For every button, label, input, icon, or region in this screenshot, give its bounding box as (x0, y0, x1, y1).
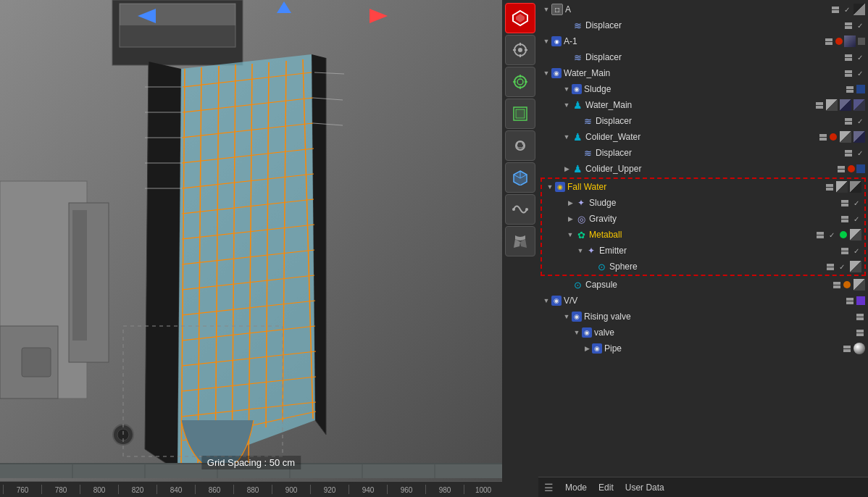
layers-icon-cw (818, 132, 828, 142)
ruler: 760 780 800 820 840 860 880 900 920 940 … (0, 481, 502, 497)
layers-icon (840, 214, 850, 224)
render-sq-cu (856, 164, 865, 173)
item-actions-sphere: ✓ (825, 261, 861, 272)
item-actions-wm: ✓ (843, 68, 865, 78)
ruler-tick: 960 (387, 485, 425, 494)
object-icon-sludge: ◉ (572, 84, 582, 94)
check-metaball[interactable]: ✓ (827, 230, 837, 240)
expand-icon-cu[interactable]: ▶ (562, 164, 572, 174)
tree-item-fw-sludge[interactable]: ▶ ✦ Sludge ✓ (542, 195, 864, 211)
tree-item-colider-water[interactable]: ▼ ♟ Colider_Water (538, 129, 868, 145)
check-emitter[interactable]: ✓ (851, 246, 861, 256)
select-tool-button[interactable] (505, 67, 535, 97)
tree-item-emitter[interactable]: ▼ ✦ Emitter ✓ (542, 243, 864, 259)
tree-item-water-main[interactable]: ▼ ◉ Water_Main ✓ (538, 65, 868, 81)
layers-icon (855, 327, 865, 338)
layers-icon-A1 (824, 36, 834, 46)
check[interactable]: ✓ (855, 52, 865, 62)
expand-icon-rv[interactable]: ▼ (562, 312, 572, 322)
expand-icon-metaball[interactable]: ▼ (565, 230, 575, 240)
tree-item-A-displacer[interactable]: ≋ Displacer ✓ (538, 17, 868, 33)
object-icon-rv: ◉ (572, 312, 582, 322)
object-icon-wm2-displacer: ≋ (582, 115, 593, 127)
object-settings-button[interactable] (505, 130, 535, 161)
item-label-emitter: Emitter (599, 246, 840, 256)
object-icon-fw: ◉ (555, 182, 565, 192)
item-label-vv: V/V (564, 296, 845, 306)
item-actions-valve (855, 327, 865, 338)
tree-item-wm2-displacer[interactable]: ≋ Displacer ✓ (538, 113, 868, 129)
tree-item-water-main2[interactable]: ▼ ♟ Water_Main (538, 97, 868, 113)
check[interactable]: ✓ (855, 148, 865, 158)
tree-item-sphere[interactable]: ⊙ Sphere ✓ (542, 259, 864, 275)
expand-icon-cw[interactable]: ▼ (562, 132, 572, 142)
expand-icon-valve[interactable]: ▼ (572, 327, 582, 338)
expand-icon-emitter[interactable]: ▼ (575, 246, 585, 256)
tree-item-A1-displacer[interactable]: ≋ Displacer ✓ (538, 49, 868, 65)
check[interactable]: ✓ (855, 116, 865, 126)
mode-button[interactable]: Mode (565, 483, 587, 493)
tree-item-gravity[interactable]: ▶ ◎ Gravity ✓ (542, 211, 864, 227)
object-icon-metaball: ✿ (575, 229, 587, 241)
edit-button[interactable]: Edit (598, 483, 614, 493)
check[interactable]: ✓ (851, 214, 861, 224)
tree-item-sludge[interactable]: ▼ ◉ Sludge (538, 81, 868, 97)
check-wm[interactable]: ✓ (855, 68, 865, 78)
tree-item-capsule[interactable]: ⊙ Capsule (538, 277, 868, 293)
layers-icon-sludge (845, 84, 855, 94)
check-sphere[interactable]: ✓ (837, 262, 847, 272)
tree-item-A[interactable]: ▼ □ A ✓ (538, 1, 868, 17)
render-sq-sludge (856, 85, 865, 93)
item-actions-gravity: ✓ (840, 214, 861, 224)
render-thumb-cw (840, 131, 851, 143)
primitive-cube-button[interactable] (505, 162, 535, 193)
layers-icon-wm2 (814, 100, 825, 110)
move-tool-button[interactable] (505, 99, 535, 129)
cinema4d-logo-button[interactable] (505, 3, 535, 33)
snap-settings-button[interactable] (505, 35, 535, 65)
status-dot-A1 (835, 38, 843, 45)
viewport[interactable]: Grid Spacing : 50 cm 760 780 800 820 840… (0, 0, 502, 497)
expand-icon-vv[interactable]: ▼ (541, 296, 551, 306)
item-actions-A-displacer: ✓ (843, 20, 865, 30)
layers-icon-wm (843, 68, 854, 78)
tree-item-colider-upper[interactable]: ▶ ♟ Colider_Upper (538, 161, 868, 177)
scene-tree[interactable]: ▼ □ A ✓ ≋ Displacer ✓ (538, 0, 868, 477)
object-icon-A1-displacer: ≋ (572, 51, 583, 63)
spline-tool-button[interactable] (505, 194, 535, 225)
expand-icon-wm2[interactable]: ▼ (562, 100, 572, 110)
expand-icon-fw-sludge: ▶ (565, 198, 575, 208)
item-label-metaball: Metaball (589, 230, 815, 240)
item-label-valve: valve (594, 327, 855, 338)
expand-icon-sludge[interactable]: ▼ (562, 84, 572, 94)
tree-item-pipe[interactable]: ▶ ◉ Pipe (538, 341, 868, 356)
tree-item-vv[interactable]: ▼ ◉ V/V (538, 293, 868, 309)
tree-item-metaball[interactable]: ▼ ✿ Metaball ✓ (542, 227, 864, 243)
user-data-button[interactable]: User Data (625, 483, 664, 493)
item-actions-vv (845, 296, 865, 306)
tree-item-cw-displacer[interactable]: ≋ Displacer ✓ (538, 145, 868, 161)
tree-item-valve[interactable]: ▼ ◉ valve (538, 325, 868, 341)
layers-icon (840, 198, 850, 208)
item-label-fw-sludge: Sludge (589, 198, 840, 208)
check-A[interactable]: ✓ (842, 4, 852, 14)
check[interactable]: ✓ (851, 198, 861, 208)
expand-icon[interactable]: ▼ (541, 4, 551, 14)
layers-icon (832, 280, 842, 290)
tree-item-rising-valve[interactable]: ▼ ◉ Rising valve (538, 309, 868, 325)
ruler-tick: 840 (157, 485, 195, 494)
tree-item-fall-water[interactable]: ▼ ◉ Fall Water (542, 179, 864, 195)
tree-item-A1[interactable]: ▼ ◉ A-1 (538, 33, 868, 49)
render-thumb-capsule (854, 279, 865, 291)
expand-icon-wm[interactable]: ▼ (541, 68, 551, 78)
expand-icon (572, 116, 582, 126)
check-displacer[interactable]: ✓ (855, 20, 865, 30)
render-thumb2-cw (854, 131, 865, 143)
bottom-bar: ☰ Mode Edit User Data (538, 477, 868, 497)
cloth-tool-button[interactable] (505, 226, 535, 256)
right-panel: ▼ □ A ✓ ≋ Displacer ✓ (538, 0, 868, 497)
layers-icon (855, 312, 865, 322)
item-actions-cw-displacer: ✓ (843, 148, 865, 158)
expand-icon-A1[interactable]: ▼ (541, 36, 551, 46)
expand-icon-fw[interactable]: ▼ (545, 182, 555, 192)
